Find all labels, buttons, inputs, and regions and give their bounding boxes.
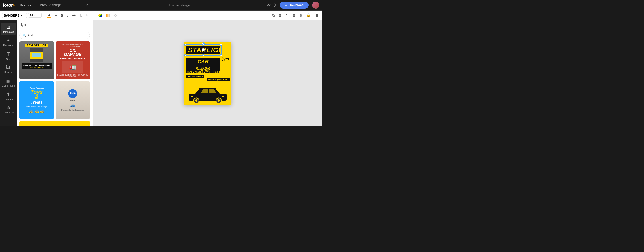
new-design-button[interactable]: + New design — [35, 2, 63, 8]
history-button[interactable]: ↺ — [84, 2, 90, 8]
download-label: Download — [289, 3, 304, 7]
share-button[interactable]: ⬡ — [272, 3, 276, 7]
carrental-inner: STARLIGHT CAR RENTAL CARS TRUCKS VANS SU… — [20, 121, 90, 126]
fotor-logo: fotor® — [3, 3, 14, 8]
text-align-button[interactable]: ≡ — [54, 12, 58, 18]
sidebar-item-text[interactable]: T Text — [1, 49, 16, 62]
car-svg — [186, 85, 229, 103]
garage-inner: Professional Quality / Affordable Servic… — [56, 41, 90, 79]
canvas-starlight-text: STARLIGHT — [186, 45, 220, 54]
tag-vans: VANS — [204, 71, 212, 73]
sidebar-item-uploads[interactable]: ⬆ Uploads — [1, 90, 16, 102]
canvas-start-text: START AT $18.95 A DAY — [206, 78, 230, 81]
uploads-icon: ⬆ — [6, 92, 10, 97]
design-canvas: STARLIGHT ↺ ✛ — [160, 20, 254, 126]
rotate-button[interactable]: ↻ — [284, 12, 290, 18]
bf-toys: Toys& — [30, 89, 43, 100]
download-icon: ⬇ — [285, 3, 287, 7]
handle-bm[interactable] — [202, 54, 204, 56]
garage-services: BRAKES · SUSPENSIONS · EXHAUST OIL CHANG… — [58, 74, 88, 77]
sidebar-item-photos[interactable]: 🖼 Photos — [1, 63, 16, 75]
car-graphic — [186, 85, 229, 103]
line-height-button[interactable]: ↕ — [92, 13, 96, 18]
color-a-letter: A — [48, 13, 50, 17]
search-input[interactable] — [28, 34, 87, 37]
undo-button[interactable]: ← — [65, 2, 72, 8]
color-picker-button[interactable] — [97, 13, 103, 18]
transparency-button[interactable] — [112, 13, 118, 18]
start-block[interactable]: START AT $18.95 A DAY — [206, 78, 230, 81]
background-icon: ▦ — [6, 78, 10, 84]
canvas-area: STARLIGHT ↺ ✛ — [93, 20, 322, 126]
delete-button[interactable]: 🗑 — [314, 13, 320, 18]
duplicate-button[interactable]: ⧉ — [271, 13, 276, 18]
panel-header: flyer — [17, 20, 92, 29]
text-color-button[interactable]: A — [46, 13, 52, 18]
align-button[interactable]: ⊞ — [277, 12, 283, 18]
template-card-blackfriday[interactable]: ~ Black Friday Sale ~ Toys& Treats up to… — [20, 81, 54, 119]
sidebar-item-elements[interactable]: ✦ Elements — [1, 36, 16, 48]
template-card-bmw[interactable]: BMW xDrive 🚙 Premium Driving Experience — [56, 81, 90, 119]
tags-row: CARS TRUCKS VANS SUNS — [186, 71, 219, 73]
user-avatar[interactable] — [312, 1, 319, 9]
best-block[interactable]: BEST IN TOWN! — [186, 75, 204, 78]
gradient-button[interactable] — [105, 13, 111, 18]
taxi-img-area — [30, 48, 44, 63]
logo-sup: ® — [13, 4, 14, 6]
bmw-logo: BMW — [68, 89, 77, 98]
rotate-handle[interactable]: ↺ — [202, 42, 205, 45]
template-card-garage[interactable]: Professional Quality / Affordable Servic… — [56, 41, 90, 79]
letter-spacing-button[interactable]: I↕I — [85, 13, 90, 18]
bold-button[interactable]: B — [60, 12, 64, 18]
extension-icon: ⊕ — [6, 105, 10, 110]
panel-title: flyer — [20, 23, 26, 26]
bmw-sub: Premium Driving Experience — [62, 109, 84, 111]
font-family-chevron: ▾ — [20, 14, 22, 17]
handle-tr[interactable] — [220, 43, 222, 46]
templates-panel: flyer 🔍 TAXI SERVICE — [17, 20, 93, 126]
left-sidebar: ⊞ Templates ✦ Elements T Text 🖼 Photos ▦… — [0, 20, 17, 126]
taxi-contact: CALL US IF YOU NEED A RIDE! (010) 123 45… — [22, 63, 52, 69]
sidebar-uploads-label: Uploads — [4, 98, 13, 101]
font-size-selector[interactable]: 14 ▾ — [28, 13, 42, 18]
layers-button[interactable]: ⊕ — [298, 12, 304, 18]
tag-suns: SUNS — [212, 71, 219, 73]
templates-icon: ⊞ — [6, 24, 10, 30]
sidebar-item-templates[interactable]: ⊞ Templates — [1, 22, 16, 35]
preview-button[interactable]: 👁 — [267, 3, 271, 7]
sidebar-templates-label: Templates — [3, 31, 14, 33]
design-menu-button[interactable]: Design ▾ — [18, 3, 33, 8]
search-box: 🔍 — [20, 32, 90, 39]
font-family-selector[interactable]: BANGERS ▾ — [2, 13, 27, 18]
bf-cars: 🚕 🚕 🚕 — [29, 109, 44, 113]
tag-cars: CARS — [186, 71, 194, 73]
template-card-carrental[interactable]: STARLIGHT CAR RENTAL CARS TRUCKS VANS SU… — [20, 121, 90, 126]
handle-bl[interactable] — [184, 54, 186, 56]
design-label: Design — [20, 3, 29, 7]
justify-button[interactable]: ⊟ — [291, 12, 297, 18]
new-design-label: + New design — [37, 3, 61, 7]
font-size-chevron: ▾ — [33, 14, 35, 17]
template-card-taxi[interactable]: TAXI SERVICE CALL US IF YOU NEED — [20, 41, 54, 79]
sidebar-item-background[interactable]: ▦ Background — [1, 76, 16, 89]
italic-button[interactable]: I — [66, 12, 70, 18]
taxi-badge: TAXI SERVICE — [25, 43, 48, 47]
top-navigation: fotor® Design ▾ + New design ← → ↺ Unnam… — [0, 0, 322, 10]
sidebar-text-label: Text — [6, 58, 10, 60]
redo-button[interactable]: → — [74, 2, 82, 8]
separator-1 — [44, 13, 44, 18]
car-keys-icon: 🗝 — [220, 53, 231, 64]
elements-icon: ✦ — [6, 38, 10, 43]
garage-title: OILGARAGE — [64, 48, 82, 56]
canvas-content[interactable]: STARLIGHT ↺ ✛ — [184, 42, 231, 105]
download-button[interactable]: ⬇ Download — [280, 1, 308, 9]
sidebar-item-extension[interactable]: ⊕ Extension — [1, 103, 16, 116]
underline-button[interactable]: U — [78, 12, 84, 18]
bf-treats: Treats — [31, 100, 43, 105]
blackfriday-inner: ~ Black Friday Sale ~ Toys& Treats up to… — [20, 81, 54, 119]
effect-aa-button[interactable]: AA — [71, 13, 77, 18]
font-family-label: BANGERS — [4, 14, 20, 17]
bmw-model: xDrive — [70, 99, 75, 101]
starlight-text-block[interactable]: STARLIGHT ↺ ✛ — [186, 45, 220, 54]
lock-button[interactable]: 🔒 — [305, 12, 312, 18]
